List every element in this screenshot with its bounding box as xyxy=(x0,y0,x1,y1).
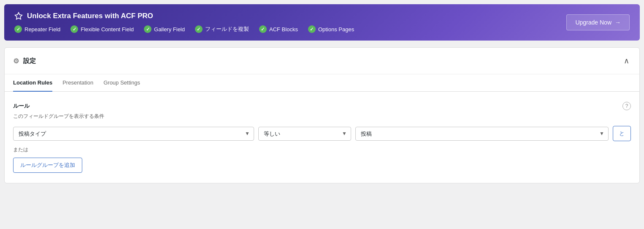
rule-value-select[interactable]: 投稿 xyxy=(355,127,609,141)
collapse-button[interactable]: ∧ xyxy=(622,55,631,67)
feature-options: Options Pages xyxy=(308,25,354,33)
feature-label-repeater: Repeater Field xyxy=(24,26,60,33)
or-label: または xyxy=(13,146,631,153)
settings-panel: ⚙ 設定 ∧ Location Rules Presentation Group… xyxy=(4,47,640,183)
acf-banner: Unlock Extra Features with ACF PRO Repea… xyxy=(4,4,640,41)
check-icon-gallery xyxy=(144,25,152,33)
rule-type-select[interactable]: 投稿タイプ xyxy=(13,127,254,141)
rule-label: ルール xyxy=(13,102,30,110)
rule-header: ルール ? xyxy=(13,102,631,110)
star-icon xyxy=(14,12,23,20)
tab-location-rules-label: Location Rules xyxy=(13,79,52,86)
check-icon-flexible xyxy=(70,25,78,33)
feature-blocks: ACF Blocks xyxy=(259,25,298,33)
check-icon-repeater xyxy=(14,25,22,33)
feature-clone: フィールドを複製 xyxy=(195,25,249,33)
check-icon-blocks xyxy=(259,25,267,33)
settings-title: ⚙ 設定 xyxy=(13,57,36,65)
rule-operator-select[interactable]: 等しい xyxy=(258,127,351,141)
tab-group-settings[interactable]: Group Settings xyxy=(103,74,140,92)
settings-header: ⚙ 設定 ∧ xyxy=(5,48,639,74)
feature-label-gallery: Gallery Field xyxy=(154,26,185,33)
tab-presentation[interactable]: Presentation xyxy=(62,74,93,92)
upgrade-arrow-icon: → xyxy=(615,19,621,26)
tab-location-rules[interactable]: Location Rules xyxy=(13,74,52,92)
tab-group-settings-label: Group Settings xyxy=(103,79,140,86)
feature-label-flexible: Flexible Content Field xyxy=(81,26,134,33)
add-rule-group-label: ルールグループを追加 xyxy=(20,162,75,168)
rule-row: 投稿タイプ ▼ 等しい ▼ 投稿 ▼ と xyxy=(13,126,631,141)
collapse-icon: ∧ xyxy=(624,57,629,65)
and-button-label: と xyxy=(619,130,625,136)
rule-value-wrapper: 投稿 ▼ xyxy=(355,127,609,141)
feature-label-blocks: ACF Blocks xyxy=(269,26,298,33)
rule-operator-wrapper: 等しい ▼ xyxy=(258,127,351,141)
feature-gallery: Gallery Field xyxy=(144,25,185,33)
check-icon-clone xyxy=(195,25,203,33)
svg-marker-0 xyxy=(15,13,22,19)
help-icon[interactable]: ? xyxy=(622,102,631,110)
banner-title: Unlock Extra Features with ACF PRO xyxy=(14,12,354,20)
feature-repeater: Repeater Field xyxy=(14,25,60,33)
and-button[interactable]: と xyxy=(613,126,631,141)
settings-title-text: 設定 xyxy=(23,57,36,65)
check-icon-options xyxy=(308,25,316,33)
banner-features: Repeater Field Flexible Content Field Ga… xyxy=(14,25,354,33)
gear-icon: ⚙ xyxy=(13,57,19,65)
feature-flexible: Flexible Content Field xyxy=(70,25,134,33)
tabs-bar: Location Rules Presentation Group Settin… xyxy=(5,74,639,92)
upgrade-now-button[interactable]: Upgrade Now → xyxy=(566,14,630,30)
banner-title-text: Unlock Extra Features with ACF PRO xyxy=(27,12,153,20)
rule-type-wrapper: 投稿タイプ ▼ xyxy=(13,127,254,141)
upgrade-button-label: Upgrade Now xyxy=(575,19,612,26)
add-rule-group-button[interactable]: ルールグループを追加 xyxy=(13,158,82,173)
feature-label-clone: フィールドを複製 xyxy=(205,25,249,33)
banner-left: Unlock Extra Features with ACF PRO Repea… xyxy=(14,12,354,33)
settings-content: ルール ? このフィールドグループを表示する条件 投稿タイプ ▼ 等しい ▼ xyxy=(5,92,639,183)
tab-presentation-label: Presentation xyxy=(62,79,93,86)
feature-label-options: Options Pages xyxy=(318,26,354,33)
rule-description: このフィールドグループを表示する条件 xyxy=(13,113,631,120)
